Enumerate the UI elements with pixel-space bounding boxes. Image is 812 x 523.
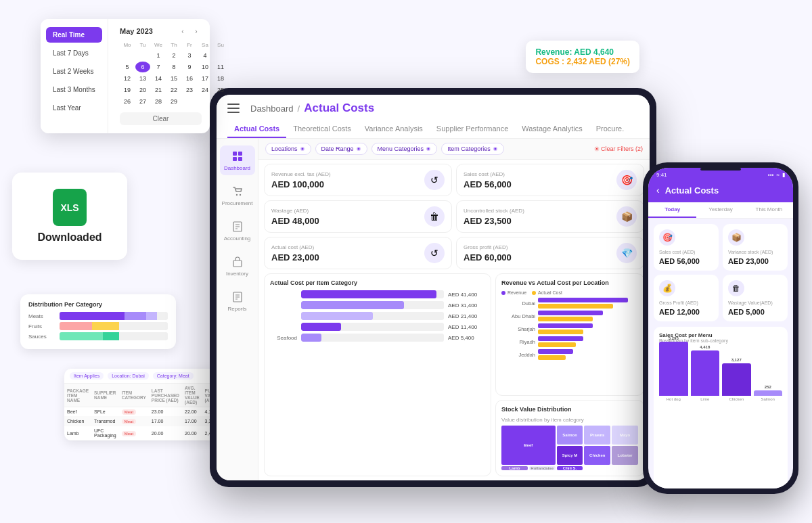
cal-day-20[interactable]: 20 <box>135 85 150 95</box>
cal-day-2[interactable]: 2 <box>166 50 181 61</box>
cal-day-25[interactable]: 25 <box>213 85 228 95</box>
cal-day-1[interactable]: 1 <box>151 50 166 61</box>
cal-day-16[interactable]: 16 <box>182 73 197 84</box>
cal-day-empty <box>135 50 150 61</box>
stock-subtitle: Value distribution by item category <box>501 417 638 423</box>
treemap-hollandaise: Hollandaise <box>529 466 556 470</box>
sidebar-item-dashboard[interactable]: Dashboard <box>220 145 255 175</box>
phone-tab-thismonth[interactable]: This Month <box>745 202 793 218</box>
hbar-val: AED 5,400 <box>448 335 485 341</box>
calendar-next[interactable]: › <box>191 28 202 35</box>
treemap-beef: Beef <box>501 426 556 465</box>
tab-wastage-analytics[interactable]: Wastage Analytics <box>515 120 589 138</box>
cal-day-23[interactable]: 23 <box>182 85 197 95</box>
cal-day-21[interactable]: 21 <box>151 85 166 95</box>
phone-back-btn[interactable]: ‹ <box>656 185 660 196</box>
sidebar-item-inventory[interactable]: Inventory <box>220 251 255 281</box>
sidebar-item-accounting[interactable]: Accounting <box>220 216 255 246</box>
cal-day-13[interactable]: 13 <box>135 73 150 84</box>
day-header-su: Su <box>213 41 228 49</box>
reports-icon <box>231 290 244 304</box>
metric-sales-cost: Sales cost (AED) AED 56,000 🎯 <box>456 164 644 196</box>
cal-day-18[interactable]: 18 <box>213 73 228 84</box>
phone-variance-label: Variance stock (AED) <box>728 250 782 254</box>
rev-chart: Dubai Abu Dhabi <box>501 298 638 360</box>
phone-wastage-icon: 🗑 <box>728 280 744 296</box>
cal-day-29[interactable]: 29 <box>166 96 181 107</box>
phone-variance-icon: 📦 <box>728 229 744 246</box>
cal-day-19[interactable]: 19 <box>120 85 135 95</box>
tab-supplier-performance[interactable]: Supplier Performance <box>430 120 515 138</box>
vbar-lime: 4,418 Lime <box>691 345 720 401</box>
svg-rect-0 <box>233 152 237 156</box>
sidebar-item-reports[interactable]: Reports <box>220 286 255 316</box>
phone-variance-value: AED 23,000 <box>728 257 782 265</box>
dist-seg <box>146 312 157 320</box>
period-lastyear[interactable]: Last Year <box>46 100 102 116</box>
filter-date-label: Date Range <box>321 145 354 152</box>
hbar-track <box>301 301 444 309</box>
filter-location[interactable]: Location: Dubai <box>108 372 149 380</box>
cal-day-11[interactable]: 11 <box>213 62 228 72</box>
period-3months[interactable]: Last 3 Months <box>46 82 102 97</box>
cal-day-7[interactable]: 7 <box>151 62 166 72</box>
tablet-header: Dashboard / Actual Costs Actual Costs Th… <box>217 95 650 139</box>
vbar-salmon-val: 252 <box>765 385 771 389</box>
cell-avg: 20.00 <box>182 426 202 440</box>
filter-category[interactable]: Category: Meat <box>153 372 194 380</box>
day-header-sa: Sa <box>198 41 212 49</box>
phone-sales-icon: 🎯 <box>659 229 675 246</box>
filter-menu-categories[interactable]: Menu Categories <box>371 143 438 155</box>
tab-theoretical-costs[interactable]: Theoretical Costs <box>286 120 358 138</box>
cal-day-17[interactable]: 17 <box>198 73 212 84</box>
cell-category: Meat <box>119 417 149 426</box>
filter-item-applies[interactable]: Item Applies <box>70 372 104 380</box>
period-2weeks[interactable]: Last 2 Weeks <box>46 64 102 79</box>
tab-actual-costs[interactable]: Actual Costs <box>227 120 286 138</box>
sidebar-item-procurement[interactable]: Procurement <box>220 181 255 210</box>
metric-wastage-icon: 🗑 <box>424 206 445 227</box>
tab-variance-analysis[interactable]: Variance Analysis <box>358 120 430 138</box>
cell-price: 17.00 <box>149 417 182 426</box>
cal-day-15[interactable]: 15 <box>166 73 181 84</box>
cal-day-3[interactable]: 3 <box>182 50 197 61</box>
lower-left: Actual Cost per Item Category AED 41,400 <box>264 273 491 476</box>
treemap: Beef Salmon Prawns Mayo Spicy M Chicken … <box>501 426 638 470</box>
cal-day-12[interactable]: 12 <box>120 73 135 84</box>
cal-day-27[interactable]: 27 <box>135 96 150 107</box>
calendar-nav: May 2023 ‹ › <box>120 27 202 35</box>
cal-day-6-today[interactable]: 6 <box>135 62 150 72</box>
phone-header: ‹ Actual Costs <box>648 181 793 202</box>
filter-date-range[interactable]: Date Range <box>315 143 367 155</box>
filter-item-categories[interactable]: Item Categories <box>441 143 504 155</box>
cal-day-26[interactable]: 26 <box>120 96 135 107</box>
cell-name: Lamb <box>64 426 91 440</box>
filter-locations[interactable]: Locations <box>265 143 311 155</box>
period-7days[interactable]: Last 7 Days <box>46 45 102 61</box>
cal-day-10[interactable]: 10 <box>198 62 212 72</box>
rev-row-abudhabi: Abu Dhabi <box>501 311 638 321</box>
cal-day-22[interactable]: 22 <box>166 85 181 95</box>
period-realtime[interactable]: Real Time <box>46 27 102 43</box>
tab-procurement[interactable]: Procure. <box>589 120 631 138</box>
phone-wastage-label: Wastage Value(AED) <box>728 300 782 305</box>
hamburger-icon[interactable] <box>227 104 240 113</box>
cal-day-14[interactable]: 14 <box>151 73 166 84</box>
clear-filters-btn[interactable]: Clear Filters (2) <box>594 145 643 152</box>
cal-day-24[interactable]: 24 <box>198 85 212 95</box>
phone-tab-today[interactable]: Today <box>648 202 696 218</box>
tablet-screen: Dashboard / Actual Costs Actual Costs Th… <box>217 95 650 480</box>
signal-icon: ▪▪▪ <box>768 172 774 178</box>
cal-day-5[interactable]: 5 <box>120 62 135 72</box>
cal-day-4[interactable]: 4 <box>198 50 212 61</box>
vbar-hotdog-val: 5,295 <box>669 336 679 340</box>
phone-tab-yesterday[interactable]: Yesterday <box>696 202 744 218</box>
cal-day-9[interactable]: 9 <box>182 62 197 72</box>
metric-gross-value: AED 60,000 <box>464 252 512 263</box>
calendar-prev[interactable]: ‹ <box>177 28 188 35</box>
cal-day-8[interactable]: 8 <box>166 62 181 72</box>
cal-day-28[interactable]: 28 <box>151 96 166 107</box>
tablet-main: Locations Date Range Menu Categories Ite… <box>258 139 650 480</box>
calendar-clear-btn[interactable]: Clear <box>120 112 202 125</box>
hbar-val: AED 21,400 <box>448 313 485 319</box>
